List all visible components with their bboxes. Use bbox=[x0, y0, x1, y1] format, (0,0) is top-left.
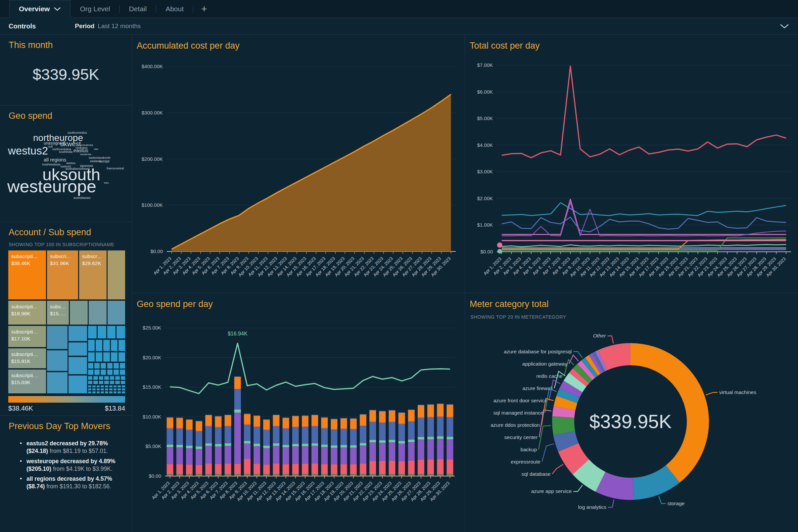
treemap-cell[interactable]: subscripti…$17.10K bbox=[8, 326, 46, 347]
period-control[interactable]: PeriodLast 12 months bbox=[75, 22, 141, 30]
treemap-cell[interactable] bbox=[88, 353, 95, 362]
treemap-cell[interactable] bbox=[122, 385, 125, 387]
tab-detail[interactable]: Detail bbox=[119, 0, 156, 18]
treemap-cell[interactable] bbox=[117, 385, 121, 387]
cloud-word[interactable]: all regions bbox=[44, 157, 66, 162]
treemap-cell[interactable] bbox=[88, 369, 93, 375]
treemap-cell[interactable] bbox=[92, 388, 96, 391]
treemap-cell[interactable] bbox=[120, 369, 125, 375]
treemap-cell[interactable] bbox=[110, 381, 114, 384]
treemap-cell[interactable] bbox=[69, 342, 87, 356]
treemap-cell[interactable] bbox=[104, 381, 109, 384]
treemap-cell[interactable] bbox=[97, 385, 100, 387]
treemap-cell[interactable] bbox=[103, 340, 110, 351]
cloud-word[interactable]: switzerlandnorth bbox=[89, 156, 111, 159]
treemap-cell[interactable] bbox=[118, 340, 125, 351]
treemap-cell[interactable] bbox=[88, 326, 97, 339]
treemap-cell[interactable] bbox=[99, 381, 103, 384]
treemap-cell[interactable] bbox=[111, 353, 117, 362]
cloud-word[interactable]: null bbox=[48, 145, 53, 148]
treemap-cell[interactable] bbox=[107, 369, 113, 375]
treemap-cell[interactable]: subscr…$28.62K bbox=[79, 250, 107, 299]
treemap-cell[interactable] bbox=[100, 369, 106, 375]
geo-spend-bar-chart[interactable]: $0.00$5.00K$10.00K$15.00K$20.00K$25.00KA… bbox=[132, 293, 465, 532]
treemap-cell[interactable] bbox=[88, 392, 91, 393]
treemap-cell[interactable] bbox=[104, 376, 109, 380]
treemap-cell[interactable] bbox=[94, 369, 100, 375]
treemap-cell[interactable] bbox=[113, 388, 117, 391]
cloud-word[interactable]: westeurope bbox=[7, 178, 96, 195]
treemap-cell[interactable] bbox=[117, 392, 121, 393]
add-sheet-button[interactable]: + bbox=[193, 0, 215, 18]
total-cost-line-chart[interactable]: $0.00$1.00K$2.00K$3.00K$4.00K$5.00K$6.00… bbox=[465, 35, 798, 293]
cloud-word[interactable]: southindia bbox=[59, 151, 73, 153]
treemap-cell[interactable] bbox=[109, 388, 113, 391]
cloud-word[interactable]: europe bbox=[99, 160, 110, 163]
treemap-cell[interactable] bbox=[88, 376, 92, 380]
meter-category-donut-chart[interactable]: Otherazure database for postgresqlapplic… bbox=[465, 293, 798, 532]
treemap-cell[interactable] bbox=[113, 369, 119, 375]
treemap-cell[interactable] bbox=[107, 363, 113, 368]
treemap-cell[interactable] bbox=[97, 388, 100, 391]
treemap-cell[interactable] bbox=[105, 385, 108, 387]
cloud-word[interactable]: weu bbox=[104, 182, 109, 184]
collapse-controls-button[interactable] bbox=[779, 23, 790, 29]
treemap-cell[interactable] bbox=[98, 326, 106, 339]
treemap-cell[interactable] bbox=[99, 376, 103, 380]
treemap-cell[interactable] bbox=[93, 381, 98, 384]
treemap-cell[interactable] bbox=[121, 376, 125, 380]
cloud-word[interactable]: francecentral bbox=[107, 167, 124, 170]
cloud-word[interactable]: australiaeast bbox=[73, 196, 90, 200]
treemap-cell[interactable] bbox=[100, 388, 104, 391]
treemap-cell[interactable] bbox=[120, 363, 125, 368]
treemap-cell[interactable] bbox=[103, 353, 110, 362]
treemap-cell[interactable]: subscripti…$38.46K bbox=[8, 250, 46, 299]
treemap-cell[interactable] bbox=[93, 376, 98, 380]
treemap-cell[interactable] bbox=[108, 301, 125, 325]
treemap-cell[interactable] bbox=[111, 340, 117, 351]
treemap-cell[interactable] bbox=[100, 392, 104, 393]
treemap-cell[interactable] bbox=[118, 353, 125, 362]
treemap-cell[interactable] bbox=[105, 392, 108, 393]
accumulated-cost-area-chart[interactable]: $0.00$100.00K$200.00K$300.00K$400.00KApr… bbox=[132, 35, 465, 293]
treemap-cell[interactable] bbox=[88, 340, 95, 351]
treemap-cell[interactable] bbox=[115, 376, 119, 380]
treemap-cell[interactable] bbox=[47, 350, 68, 371]
treemap-cell[interactable] bbox=[47, 326, 68, 349]
treemap-cell[interactable] bbox=[88, 381, 92, 384]
treemap-cell[interactable]: subscripti…$15.91K bbox=[8, 348, 46, 368]
treemap-cell[interactable] bbox=[117, 388, 121, 391]
cloud-word[interactable]: westindia bbox=[80, 153, 91, 156]
tab-org-level[interactable]: Org Level bbox=[71, 0, 119, 18]
treemap-cell[interactable] bbox=[89, 301, 107, 325]
treemap-cell[interactable]: subs…$15.… bbox=[47, 301, 69, 325]
treemap-cell[interactable] bbox=[109, 385, 113, 387]
treemap-cell[interactable] bbox=[108, 250, 125, 299]
treemap-cell[interactable] bbox=[92, 392, 96, 393]
treemap-cell[interactable] bbox=[115, 381, 119, 384]
treemap-cell[interactable] bbox=[88, 385, 91, 387]
cloud-word[interactable]: southcentralus bbox=[68, 131, 87, 134]
treemap-cell[interactable] bbox=[88, 388, 91, 391]
treemap-cell[interactable] bbox=[88, 363, 93, 368]
treemap-cell[interactable]: subscripti…$18.98K bbox=[8, 301, 46, 325]
treemap-cell[interactable] bbox=[97, 392, 100, 393]
treemap-cell[interactable] bbox=[121, 381, 125, 384]
cloud-word[interactable]: westus bbox=[66, 162, 75, 165]
treemap-cell[interactable] bbox=[100, 363, 106, 368]
cloud-word[interactable]: westus2 bbox=[8, 145, 48, 156]
treemap-cell[interactable]: subscripti…$15.03K bbox=[8, 369, 46, 393]
treemap-cell[interactable] bbox=[113, 385, 117, 387]
tab-about[interactable]: About bbox=[156, 0, 193, 18]
treemap-cell[interactable] bbox=[94, 363, 100, 368]
subscription-treemap[interactable]: subscripti…$38.46Ksubscri…$31.96Ksubscr…… bbox=[8, 250, 125, 393]
cloud-word[interactable]: eastus bbox=[73, 148, 88, 153]
treemap-cell[interactable] bbox=[69, 326, 87, 341]
treemap-cell[interactable] bbox=[109, 392, 113, 393]
treemap-cell[interactable] bbox=[113, 392, 117, 393]
treemap-cell[interactable] bbox=[122, 388, 125, 391]
treemap-cell[interactable] bbox=[96, 353, 102, 362]
geo-word-cloud[interactable]: northeuropesouthcentralusunassignedukwes… bbox=[4, 129, 130, 214]
treemap-cell[interactable] bbox=[105, 388, 108, 391]
treemap-cell[interactable] bbox=[100, 385, 104, 387]
